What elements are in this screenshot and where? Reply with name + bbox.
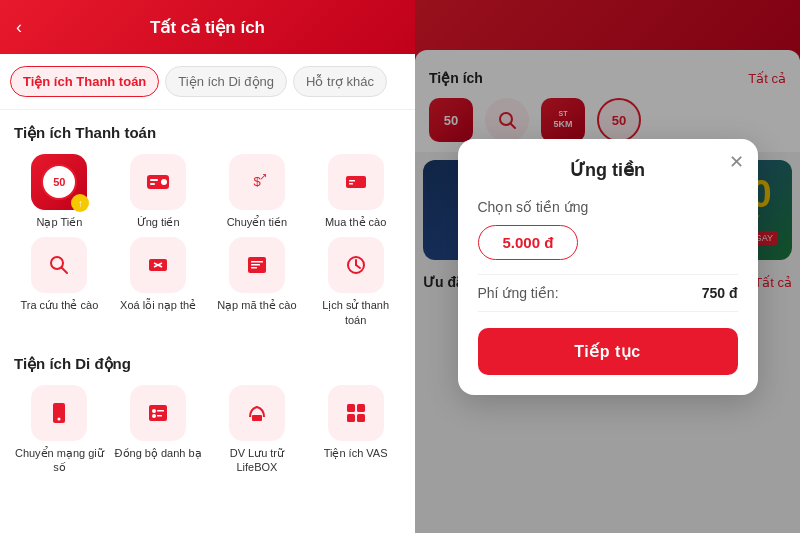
vas-label: Tiện ích VAS	[324, 446, 388, 460]
svg-rect-7	[346, 176, 366, 188]
chuyen-tien-label: Chuyển tiền	[227, 215, 287, 229]
back-button[interactable]: ‹	[16, 17, 22, 38]
mobile-section: Tiện ích Di động Chuyển mạng giữ số	[0, 341, 415, 475]
luu-tru-icon	[229, 385, 285, 441]
ung-tien-icon	[130, 154, 186, 210]
svg-line-11	[62, 268, 68, 274]
mua-the-cao-item[interactable]: Mua thẻ cào	[310, 154, 401, 229]
payment-section-title: Tiện ích Thanh toán	[14, 124, 401, 142]
svg-text:↗: ↗	[259, 171, 267, 182]
tab-bar: Tiện ích Thanh toán Tiện ích Di động Hỗ …	[0, 54, 415, 110]
svg-rect-24	[149, 405, 167, 421]
vas-icon	[328, 385, 384, 441]
svg-rect-31	[357, 404, 365, 412]
fee-row: Phí ứng tiền: 750 đ	[478, 274, 738, 312]
svg-rect-16	[251, 261, 263, 263]
luu-tru-item[interactable]: DV Lưu trữ LifeBOX	[212, 385, 303, 475]
ung-tien-label: Ứng tiền	[137, 215, 180, 229]
nap-tien-item[interactable]: 50 ↑ Nạp Tiền	[14, 154, 105, 229]
dong-bo-item[interactable]: Đồng bộ danh bạ	[113, 385, 204, 475]
vas-item[interactable]: Tiện ích VAS	[310, 385, 401, 475]
payment-icon-grid: 50 ↑ Nạp Tiền Ứng tiền	[14, 154, 401, 327]
fee-label: Phí ứng tiền:	[478, 285, 559, 301]
choose-label: Chọn số tiền ứng	[478, 199, 738, 215]
page-title: Tất cả tiện ích	[150, 17, 265, 38]
svg-rect-2	[150, 183, 155, 185]
svg-rect-17	[251, 264, 260, 266]
svg-rect-30	[347, 404, 355, 412]
svg-rect-1	[150, 179, 158, 181]
nap-tien-icon: 50 ↑	[31, 154, 87, 210]
mua-the-cao-label: Mua thẻ cào	[325, 215, 386, 229]
svg-rect-29	[252, 415, 262, 421]
ung-tien-item[interactable]: Ứng tiền	[113, 154, 204, 229]
svg-rect-32	[347, 414, 355, 422]
modal-overlay: ✕ Ứng tiền Chọn số tiền ứng 5.000 đ Phí …	[415, 0, 800, 533]
amount-pill[interactable]: 5.000 đ	[478, 225, 579, 260]
tab-payment[interactable]: Tiện ích Thanh toán	[10, 66, 159, 97]
chuyen-mang-icon	[31, 385, 87, 441]
lich-su-label: Lịch sử thanh toán	[310, 298, 401, 327]
svg-rect-33	[357, 414, 365, 422]
nap-ma-label: Nạp mã thẻ cào	[217, 298, 296, 312]
chuyen-mang-item[interactable]: Chuyển mạng giữ số	[14, 385, 105, 475]
tra-cuu-label: Tra cứu thẻ cào	[20, 298, 98, 312]
svg-point-3	[161, 179, 167, 185]
badge-50: 50	[41, 164, 77, 200]
lich-su-icon	[328, 237, 384, 293]
mobile-icon-grid: Chuyển mạng giữ số Đồng bộ danh bạ	[14, 385, 401, 475]
xoa-loi-label: Xoá lỗi nạp thẻ	[120, 298, 196, 312]
tra-cuu-icon	[31, 237, 87, 293]
svg-rect-28	[157, 415, 162, 417]
payment-section: Tiện ích Thanh toán 50 ↑ Nạp Tiền	[0, 110, 415, 327]
nap-tien-label: Nạp Tiền	[36, 215, 82, 229]
chuyen-tien-item[interactable]: $ ↗ Chuyển tiền	[212, 154, 303, 229]
svg-point-26	[152, 414, 156, 418]
chuyen-tien-icon: $ ↗	[229, 154, 285, 210]
xoa-loi-icon	[130, 237, 186, 293]
dong-bo-icon	[130, 385, 186, 441]
tab-support[interactable]: Hỗ trợ khác	[293, 66, 387, 97]
svg-rect-9	[349, 183, 353, 185]
svg-rect-27	[157, 410, 164, 412]
tab-mobile[interactable]: Tiện ích Di động	[165, 66, 287, 97]
svg-rect-8	[349, 180, 355, 182]
dong-bo-label: Đồng bộ danh bạ	[115, 446, 202, 460]
mobile-section-title: Tiện ích Di động	[14, 355, 401, 373]
lich-su-item[interactable]: Lịch sử thanh toán	[310, 237, 401, 327]
nap-ma-item[interactable]: Nạp mã thẻ cào	[212, 237, 303, 327]
svg-line-21	[356, 265, 360, 268]
modal-title: Ứng tiền	[478, 159, 738, 181]
tra-cuu-item[interactable]: Tra cứu thẻ cào	[14, 237, 105, 327]
chuyen-mang-label: Chuyển mạng giữ số	[14, 446, 105, 475]
right-panel: Tiện ích Tất cả 50	[415, 0, 800, 533]
mua-the-cao-icon	[328, 154, 384, 210]
continue-button[interactable]: Tiếp tục	[478, 328, 738, 375]
arrow-icon: ↑	[71, 194, 89, 212]
svg-rect-18	[251, 267, 257, 269]
xoa-loi-item[interactable]: Xoá lỗi nạp thẻ	[113, 237, 204, 327]
svg-point-23	[58, 417, 61, 420]
modal-close-button[interactable]: ✕	[729, 151, 744, 173]
left-panel: ‹ Tất cả tiện ích Tiện ích Thanh toán Ti…	[0, 0, 415, 533]
svg-point-25	[152, 409, 156, 413]
left-header: ‹ Tất cả tiện ích	[0, 0, 415, 54]
luu-tru-label: DV Lưu trữ LifeBOX	[212, 446, 303, 475]
modal-box: ✕ Ứng tiền Chọn số tiền ứng 5.000 đ Phí …	[458, 139, 758, 395]
nap-ma-icon	[229, 237, 285, 293]
fee-value: 750 đ	[702, 285, 738, 301]
